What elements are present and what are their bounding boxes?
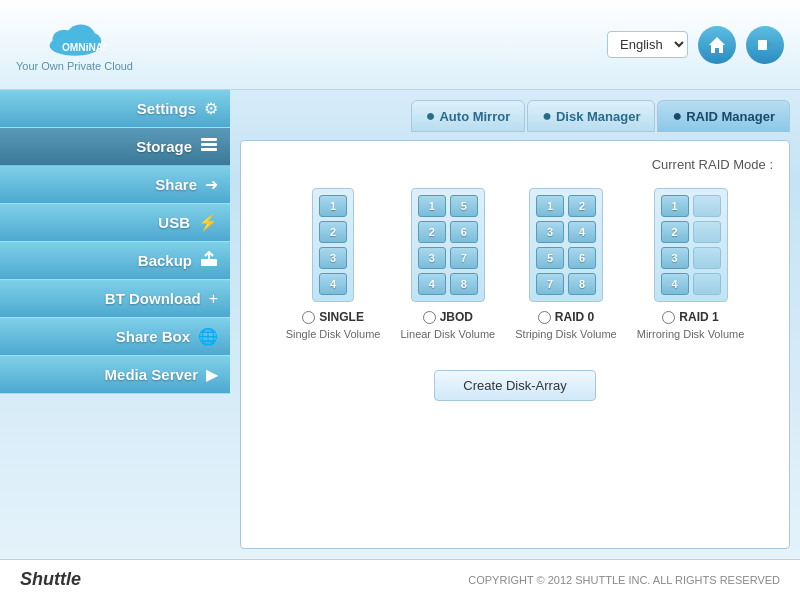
raid1-desc: Mirroring Disk Volume	[637, 328, 745, 340]
sidebar-item-share-box[interactable]: Share Box 🌐	[0, 318, 230, 356]
sidebar-item-backup[interactable]: Backup	[0, 242, 230, 280]
raid0-disk-grid-inner: 1 2 3 4 5 6 7 8	[536, 195, 596, 295]
svg-rect-6	[768, 44, 773, 46]
tab-raid-manager[interactable]: ● RAID Manager	[657, 100, 790, 132]
sidebar-item-settings[interactable]: Settings ⚙	[0, 90, 230, 128]
disk-cell-j6: 6	[450, 221, 478, 243]
jbod-radio-row: JBOD	[423, 310, 473, 324]
raid-option-jbod[interactable]: 1 5 2 6 3 7 4 8 JBOD	[400, 188, 495, 340]
logout-button[interactable]	[746, 26, 784, 64]
disk-cell-r02: 3	[536, 221, 564, 243]
usb-icon: ⚡	[198, 213, 218, 232]
disk-cell-r06: 4	[568, 221, 596, 243]
share-icon: ➜	[205, 175, 218, 194]
current-raid-mode-label: Current RAID Mode :	[257, 157, 773, 172]
sidebar-item-bt-download[interactable]: BT Download +	[0, 280, 230, 318]
sidebar-item-media-server[interactable]: Media Server ▶	[0, 356, 230, 394]
jbod-disk-grid: 1 5 2 6 3 7 4 8	[411, 188, 485, 302]
disk-cell-j2: 2	[418, 221, 446, 243]
create-disk-array-button[interactable]: Create Disk-Array	[434, 370, 595, 401]
raid0-desc: Striping Disk Volume	[515, 328, 617, 340]
disk-cell-r17	[693, 247, 721, 269]
home-button[interactable]	[698, 26, 736, 64]
tab-auto-mirror[interactable]: ● Auto Mirror	[411, 100, 525, 132]
raid0-radio[interactable]	[538, 311, 551, 324]
disk-cell-j1: 1	[418, 195, 446, 217]
disk-cell-r04: 7	[536, 273, 564, 295]
disk-cell-r03: 5	[536, 247, 564, 269]
raid1-disk-grid-inner: 1 2 3 4	[661, 195, 721, 295]
raid1-disk-grid: 1 2 3 4	[654, 188, 728, 302]
raid-option-single[interactable]: 1 2 3 4 SINGLE Single Disk Volume	[286, 188, 381, 340]
raid-panel: Current RAID Mode : 1 2 3 4 SINGL	[240, 140, 790, 549]
sidebar-item-storage[interactable]: Storage	[0, 128, 230, 166]
sidebar-item-usb[interactable]: USB ⚡	[0, 204, 230, 242]
disk-cell-j7: 7	[450, 247, 478, 269]
disk-cell-1: 1	[319, 195, 347, 217]
raid1-radio-row: RAID 1	[662, 310, 718, 324]
header: OMNiNAS Your Own Private Cloud English	[0, 0, 800, 90]
share-box-icon: 🌐	[198, 327, 218, 346]
logo-area: OMNiNAS Your Own Private Cloud	[16, 18, 133, 72]
disk-cell-r08: 8	[568, 273, 596, 295]
disk-cell-4: 4	[319, 273, 347, 295]
jbod-desc: Linear Disk Volume	[400, 328, 495, 340]
raid-option-raid1[interactable]: 1 2 3 4 RAID 1 Mi	[637, 188, 745, 340]
single-radio-row: SINGLE	[302, 310, 364, 324]
main-layout: Settings ⚙ Storage Share ➜ USB ⚡ Backup	[0, 90, 800, 559]
home-icon	[707, 35, 727, 55]
disk-cell-r15	[693, 195, 721, 217]
disk-cell-r18	[693, 273, 721, 295]
single-disk-grid-inner: 1 2 3 4	[319, 195, 347, 295]
raid-option-raid0[interactable]: 1 2 3 4 5 6 7 8 RAID 0	[515, 188, 617, 340]
raid-options: 1 2 3 4 SINGLE Single Disk Volume	[257, 188, 773, 340]
raid-manager-tab-icon: ●	[672, 107, 682, 125]
disk-cell-r05: 2	[568, 195, 596, 217]
jbod-radio[interactable]	[423, 311, 436, 324]
sidebar-item-share[interactable]: Share ➜	[0, 166, 230, 204]
disk-cell-j8: 8	[450, 273, 478, 295]
footer: Shuttle COPYRIGHT © 2012 SHUTTLE INC. AL…	[0, 559, 800, 599]
logo-icon: OMNiNAS	[45, 18, 105, 58]
footer-copyright: COPYRIGHT © 2012 SHUTTLE INC. ALL RIGHTS…	[468, 574, 780, 586]
disk-cell-r14: 4	[661, 273, 689, 295]
disk-cell-r11: 1	[661, 195, 689, 217]
tab-disk-manager[interactable]: ● Disk Manager	[527, 100, 655, 132]
disk-manager-tab-icon: ●	[542, 107, 552, 125]
header-right: English	[607, 26, 784, 64]
disk-cell-2: 2	[319, 221, 347, 243]
disk-cell-r16	[693, 221, 721, 243]
tabs: ● Auto Mirror ● Disk Manager ● RAID Mana…	[240, 100, 790, 132]
svg-text:OMNiNAS: OMNiNAS	[61, 41, 104, 52]
raid0-disk-grid: 1 2 3 4 5 6 7 8	[529, 188, 603, 302]
settings-icon: ⚙	[204, 99, 218, 118]
svg-rect-5	[758, 40, 767, 50]
language-select[interactable]: English	[607, 31, 688, 58]
svg-rect-10	[201, 259, 217, 266]
bt-download-icon: +	[209, 290, 218, 308]
single-desc: Single Disk Volume	[286, 328, 381, 340]
disk-cell-r13: 3	[661, 247, 689, 269]
storage-icon	[200, 137, 218, 157]
auto-mirror-tab-icon: ●	[426, 107, 436, 125]
disk-cell-3: 3	[319, 247, 347, 269]
disk-cell-r07: 6	[568, 247, 596, 269]
footer-brand: Shuttle	[20, 569, 81, 590]
logout-icon	[755, 35, 775, 55]
disk-cell-j4: 4	[418, 273, 446, 295]
disk-cell-j3: 3	[418, 247, 446, 269]
svg-rect-7	[201, 138, 217, 141]
jbod-disk-grid-inner: 1 5 2 6 3 7 4 8	[418, 195, 478, 295]
sidebar: Settings ⚙ Storage Share ➜ USB ⚡ Backup	[0, 90, 230, 559]
disk-cell-r01: 1	[536, 195, 564, 217]
single-disk-grid: 1 2 3 4	[312, 188, 354, 302]
svg-rect-9	[201, 148, 217, 151]
raid1-radio[interactable]	[662, 311, 675, 324]
disk-cell-r12: 2	[661, 221, 689, 243]
create-btn-area: Create Disk-Array	[257, 370, 773, 401]
content-area: ● Auto Mirror ● Disk Manager ● RAID Mana…	[230, 90, 800, 559]
backup-icon	[200, 251, 218, 271]
logo-tagline: Your Own Private Cloud	[16, 60, 133, 72]
single-radio[interactable]	[302, 311, 315, 324]
disk-cell-j5: 5	[450, 195, 478, 217]
